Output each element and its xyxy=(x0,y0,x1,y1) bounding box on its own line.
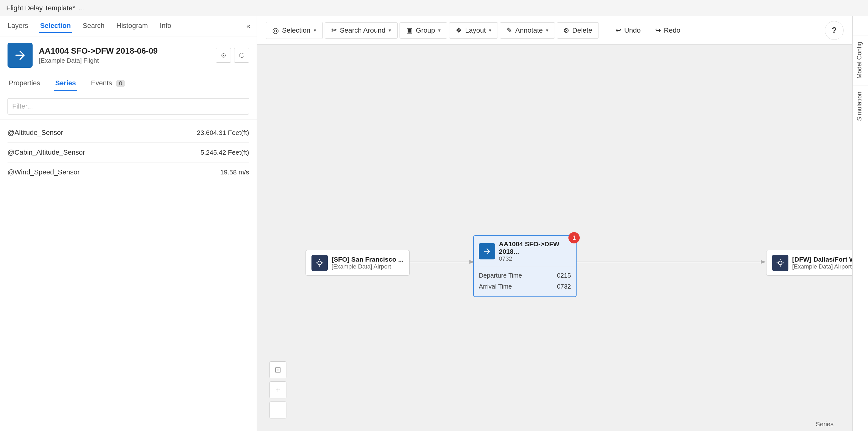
entity-actions: ⊙ ⬡ xyxy=(216,48,249,63)
dfw-airport-name: [DFW] Dallas/Fort W... xyxy=(792,256,852,263)
entity-info: AA1004 SFO->DFW 2018-06-09 [Example Data… xyxy=(39,46,210,64)
search-around-icon: ✂ xyxy=(331,26,337,34)
redo-label: Redo xyxy=(664,26,681,34)
sfo-airport-icon xyxy=(311,255,328,271)
delete-icon: ⊗ xyxy=(563,26,569,34)
sfo-airport-node[interactable]: [SFO] San Francisco ... [Example Data] A… xyxy=(306,250,409,276)
aa1004-node-info: AA1004 SFO->DFW 2018... 0732 xyxy=(499,240,571,262)
delete-label: Delete xyxy=(572,26,592,34)
annotate-chevron: ▾ xyxy=(546,27,548,33)
help-button[interactable]: ? xyxy=(825,21,843,40)
series-item-cabin-altitude: @Cabin_Altitude_Sensor 5,245.42 Feet(ft) xyxy=(7,143,249,163)
selection-button[interactable]: ◎ Selection ▾ xyxy=(266,22,323,39)
sfo-airport-text: [SFO] San Francisco ... [Example Data] A… xyxy=(332,256,404,270)
entity-icon xyxy=(7,42,33,68)
svg-point-7 xyxy=(778,261,782,265)
entity-header: AA1004 SFO->DFW 2018-06-09 [Example Data… xyxy=(0,36,257,74)
aa1004-node-icon xyxy=(479,243,495,259)
tab-info[interactable]: Info xyxy=(159,19,173,33)
fit-icon: ⊡ xyxy=(275,366,281,374)
entity-locate-button[interactable]: ⊙ xyxy=(216,48,231,63)
zoom-in-button[interactable]: + xyxy=(270,381,286,398)
series-item-altitude: @Altitude_Sensor 23,604.31 Feet(ft) xyxy=(7,123,249,143)
group-label: Group xyxy=(416,26,435,34)
aa1004-arrival-label: Arrival Time xyxy=(479,283,512,290)
layout-label: Layout xyxy=(465,26,486,34)
annotate-icon: ✎ xyxy=(506,26,512,34)
bottom-right-series-label: Series xyxy=(816,421,834,428)
aa1004-departure-row: Departure Time 0215 xyxy=(479,270,571,281)
tab-series[interactable]: Series xyxy=(54,77,77,91)
series-label-altitude: @Altitude_Sensor xyxy=(7,128,63,137)
entity-export-button[interactable]: ⬡ xyxy=(234,48,249,63)
zoom-out-button[interactable]: − xyxy=(270,402,286,419)
series-value-wind: 19.58 m/s xyxy=(220,168,249,176)
layout-chevron: ▾ xyxy=(489,27,491,33)
dfw-airport-text: [DFW] Dallas/Fort W... [Example Data] Ai… xyxy=(792,256,852,270)
undo-icon: ↩ xyxy=(615,26,621,34)
entity-subtitle: [Example Data] Flight xyxy=(39,57,210,64)
collapse-panel-button[interactable]: « xyxy=(247,22,250,30)
dfw-airport-node[interactable]: [DFW] Dallas/Fort W... [Example Data] Ai… xyxy=(766,250,852,276)
group-button[interactable]: ▣ Group ▾ xyxy=(400,22,447,38)
events-badge: 0 xyxy=(116,80,125,87)
aa1004-node-body: Departure Time 0215 Arrival Time 0732 xyxy=(474,267,576,296)
layout-button[interactable]: ❖ Layout ▾ xyxy=(449,22,498,38)
left-panel-tabs: Layers Selection Search Histogram Info « xyxy=(0,16,257,36)
side-tab-simulation[interactable]: Simulation xyxy=(852,85,868,127)
search-around-button[interactable]: ✂ Search Around ▾ xyxy=(324,22,398,38)
dfw-airport-icon xyxy=(772,255,788,271)
aa1004-flight-node[interactable]: AA1004 SFO->DFW 2018... 0732 Departure T… xyxy=(473,235,577,297)
series-value-cabin: 5,245.42 Feet(ft) xyxy=(200,149,249,156)
selection-chevron: ▾ xyxy=(314,27,316,33)
undo-label: Undo xyxy=(624,26,641,34)
aa1004-node-title: AA1004 SFO->DFW 2018... xyxy=(499,240,571,255)
annotate-label: Annotate xyxy=(515,26,543,34)
aa1004-arrival-value: 0732 xyxy=(557,283,571,290)
redo-icon: ↪ xyxy=(655,26,661,34)
sfo-airport-type: [Example Data] Airport xyxy=(332,263,404,270)
svg-point-6 xyxy=(318,261,321,265)
group-chevron: ▾ xyxy=(438,27,441,33)
tab-events[interactable]: Events 0 xyxy=(90,77,126,91)
toolbar: ◎ Selection ▾ ✂ Search Around ▾ ▣ Group … xyxy=(257,16,852,45)
selection-label: Selection xyxy=(282,26,311,34)
series-list: @Altitude_Sensor 23,604.31 Feet(ft) @Cab… xyxy=(0,120,257,185)
series-filter-input[interactable] xyxy=(7,98,249,114)
right-content: ◎ Selection ▾ ✂ Search Around ▾ ▣ Group … xyxy=(257,16,852,431)
series-label-wind: @Wind_Speed_Sensor xyxy=(7,168,80,176)
delete-button[interactable]: ⊗ Delete xyxy=(557,22,599,38)
aa1004-departure-label: Departure Time xyxy=(479,272,522,279)
side-tab-model-config[interactable]: Model Config xyxy=(852,35,868,85)
dfw-airport-type: [Example Data] Airport xyxy=(792,263,852,270)
undo-button[interactable]: ↩ Undo xyxy=(609,23,647,38)
aa1004-node-code: 0732 xyxy=(499,255,571,262)
layout-icon: ❖ xyxy=(456,26,462,34)
tab-layers[interactable]: Layers xyxy=(6,19,29,33)
filter-wrap xyxy=(0,93,257,120)
annotate-button[interactable]: ✎ Annotate ▾ xyxy=(500,22,555,38)
tab-histogram[interactable]: Histogram xyxy=(115,19,149,33)
toolbar-divider xyxy=(604,23,604,38)
fit-to-screen-button[interactable]: ⊡ xyxy=(270,362,286,378)
map-controls: ⊡ + − xyxy=(270,362,286,419)
app-title: Flight Delay Template* xyxy=(6,4,75,12)
zoom-out-icon: − xyxy=(276,406,280,414)
entity-title: AA1004 SFO->DFW 2018-06-09 xyxy=(39,46,210,56)
series-label-cabin: @Cabin_Altitude_Sensor xyxy=(7,148,85,156)
redo-button[interactable]: ↪ Redo xyxy=(649,23,687,38)
tab-properties[interactable]: Properties xyxy=(7,77,41,91)
aa1004-notification-badge: 1 xyxy=(568,232,580,243)
selection-icon: ◎ xyxy=(272,26,279,35)
tab-selection[interactable]: Selection xyxy=(39,19,72,33)
search-around-chevron: ▾ xyxy=(389,27,391,33)
right-side-panel: Model Config Simulation xyxy=(852,16,868,431)
series-value-altitude: 23,604.31 Feet(ft) xyxy=(197,129,249,137)
canvas-area[interactable]: [SFO] San Francisco ... [Example Data] A… xyxy=(257,45,852,431)
zoom-in-icon: + xyxy=(276,385,280,394)
tab-search[interactable]: Search xyxy=(82,19,106,33)
left-panel: Layers Selection Search Histogram Info «… xyxy=(0,16,257,431)
sfo-airport-name: [SFO] San Francisco ... xyxy=(332,256,404,263)
title-bar: Flight Delay Template* ... xyxy=(0,0,868,16)
title-ellipsis: ... xyxy=(78,4,84,12)
